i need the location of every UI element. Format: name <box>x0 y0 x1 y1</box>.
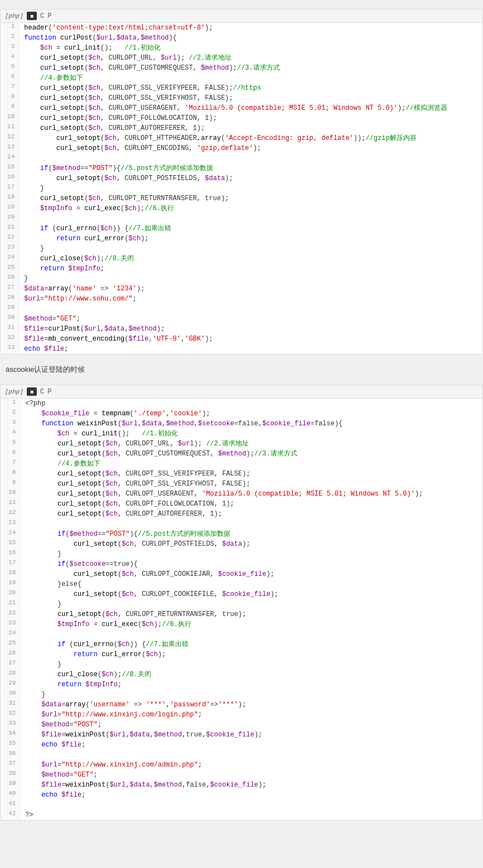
line-number: 1 <box>1 399 21 409</box>
line-number: 21 <box>1 224 20 234</box>
line-number: 35 <box>1 740 21 750</box>
table-row: 4 curl_setopt($ch, CURLOPT_URL, $url); /… <box>1 53 482 63</box>
line-code: curl_setopt($ch, CURLOPT_HTTPHEADER,arra… <box>20 133 482 143</box>
line-number: 16 <box>1 173 20 183</box>
table-row: 7 //4.参数如下 <box>1 459 482 469</box>
print-icon-1[interactable]: P <box>47 12 51 20</box>
table-row: 14 if($method=="POST"){//5.post方式的时候添加数据 <box>1 529 482 539</box>
print-icon-2[interactable]: P <box>47 388 51 396</box>
line-number: 8 <box>1 469 21 479</box>
line-number: 29 <box>1 680 21 690</box>
line-number: 2 <box>1 409 21 419</box>
line-number: 34 <box>1 730 21 740</box>
line-code: curl_setopt($ch, CURLOPT_POSTFIELDS, $da… <box>21 539 482 549</box>
line-code: curl_setopt($ch, CURLOPT_URL, $url); //2… <box>21 439 482 449</box>
table-row: 3 function weixinPost($url,$data,$method… <box>1 419 482 429</box>
line-code <box>21 800 482 810</box>
copy-icon-1[interactable]: C <box>40 12 44 20</box>
line-number: 12 <box>1 509 21 519</box>
line-number: 3 <box>1 43 20 53</box>
line-number: 32 <box>1 710 21 720</box>
table-row: 8 curl_setopt($ch, CURLOPT_SSL_VERIFYHOS… <box>1 93 482 103</box>
table-row: 32$file=mb_convert_encoding($file,'UTF-8… <box>1 334 482 344</box>
table-row: 1<?php <box>1 399 482 409</box>
line-code: curl_setopt($ch, CURLOPT_AUTOREFERER, 1)… <box>21 509 482 519</box>
line-code: return curl_error($ch); <box>20 234 482 244</box>
table-row: 8 curl_setopt($ch, CURLOPT_SSL_VERIFYPEE… <box>1 469 482 479</box>
line-number: 7 <box>1 459 21 469</box>
line-number: 26 <box>1 649 21 660</box>
line-number: 2 <box>1 33 20 43</box>
table-row: 2 $cookie_file = tempnam('./temp','cooki… <box>1 409 482 419</box>
line-number: 12 <box>1 133 20 143</box>
table-row: 1header('content-type:text/html;charset=… <box>1 23 482 33</box>
table-row: 29 return $tmpInfo; <box>1 680 482 690</box>
line-number: 19 <box>1 203 20 214</box>
table-row: 18 curl_setopt($ch, CURLOPT_RETURNTRANSF… <box>1 193 482 203</box>
table-row: 19 $tmpInfo = curl_exec($ch);//6.执行 <box>1 203 482 214</box>
line-code: curl_setopt($ch, CURLOPT_SSL_VERIFYPEER,… <box>20 83 482 93</box>
line-code: return $tmpInfo; <box>21 680 482 690</box>
copy-icon-2[interactable]: C <box>40 388 44 396</box>
table-row: 27 } <box>1 660 482 670</box>
line-number: 39 <box>1 780 21 790</box>
line-code: function weixinPost($url,$data,$method,$… <box>21 419 482 429</box>
table-row: 26} <box>1 274 482 284</box>
line-code <box>20 214 482 224</box>
line-code: curl_setopt($ch, CURLOPT_RETURNTRANSFER,… <box>21 609 482 619</box>
line-number: 28 <box>1 670 21 680</box>
table-row: 5 curl_setopt($ch, CURLOPT_CUSTOMREQUEST… <box>1 63 482 73</box>
line-code: } <box>21 660 482 670</box>
table-row: 26 return curl_error($ch); <box>1 649 482 660</box>
toolbar-1: [php] ■ C P <box>1 9 482 23</box>
line-number: 8 <box>1 93 20 103</box>
line-number: 30 <box>1 690 21 700</box>
table-row: 2function curlPost($url,$data,$method){ <box>1 33 482 43</box>
line-code: $ch = curl_init(); //1.初始化 <box>21 429 482 439</box>
lang-label-2: [php] <box>5 389 23 395</box>
line-code: curl_setopt($ch, CURLOPT_COOKIEJAR, $coo… <box>21 569 482 579</box>
code-content-2: 1<?php 2 $cookie_file = tempnam('./temp'… <box>1 399 482 820</box>
line-code: $file=mb_convert_encoding($file,'UTF-8',… <box>20 334 482 344</box>
line-code: curl_setopt($ch, CURLOPT_POSTFIELDS, $da… <box>20 173 482 183</box>
table-row: 33 $method="POST"; <box>1 720 482 730</box>
table-row: 3 $ch = curl_init(); //1.初始化 <box>1 43 482 53</box>
line-number: 14 <box>1 529 21 539</box>
line-code: } <box>20 274 482 284</box>
table-row: 28 curl_close($ch);//8.关闭 <box>1 670 482 680</box>
line-number: 37 <box>1 760 21 770</box>
line-number: 25 <box>1 264 20 274</box>
code-content-1: 1header('content-type:text/html;charset=… <box>1 23 482 354</box>
table-row: 22 curl_setopt($ch, CURLOPT_RETURNTRANSF… <box>1 609 482 619</box>
table-row: 16 curl_setopt($ch, CURLOPT_POSTFIELDS, … <box>1 173 482 183</box>
table-row: 12 curl_setopt($ch, CURLOPT_HTTPHEADER,a… <box>1 133 482 143</box>
copy-btn-1[interactable]: ■ <box>27 12 37 20</box>
line-number: 32 <box>1 334 20 344</box>
table-row: 27$data=array('name' => '1234'); <box>1 284 482 294</box>
table-row: 39 $file=weixinPost($url,$data,$method,f… <box>1 780 482 790</box>
line-number: 26 <box>1 274 20 284</box>
lang-label-1: [php] <box>5 13 23 20</box>
table-row: 23 $tmpInfo = curl_exec($ch);//6.执行 <box>1 619 482 629</box>
line-code: curl_setopt($ch, CURLOPT_FOLLOWLOCATION,… <box>21 499 482 509</box>
line-code: $data=array('name' => '1234'); <box>20 284 482 294</box>
line-code: curl_setopt($ch, CURLOPT_ENCODING, 'gzip… <box>20 143 482 153</box>
table-row: 10 curl_setopt($ch, CURLOPT_USERAGENT, '… <box>1 489 482 499</box>
copy-btn-2[interactable]: ■ <box>27 387 37 396</box>
line-number: 5 <box>1 439 21 449</box>
table-row: 11 curl_setopt($ch, CURLOPT_FOLLOWLOCATI… <box>1 499 482 509</box>
line-code: $file=curlPost($url,$data,$method); <box>20 324 482 334</box>
line-number: 13 <box>1 519 21 529</box>
line-number: 17 <box>1 559 21 569</box>
table-row: 12 curl_setopt($ch, CURLOPT_AUTOREFERER,… <box>1 509 482 519</box>
line-code: } <box>21 599 482 609</box>
table-row: 41 <box>1 800 482 810</box>
line-number: 5 <box>1 63 20 73</box>
line-code: $method="GET"; <box>21 770 482 780</box>
line-code: ?> <box>21 810 482 820</box>
line-code: header('content-type:text/html;charset=u… <box>20 23 482 33</box>
line-code <box>21 519 482 529</box>
table-row: 24 <box>1 629 482 639</box>
line-code: } <box>21 690 482 700</box>
line-number: 3 <box>1 419 21 429</box>
